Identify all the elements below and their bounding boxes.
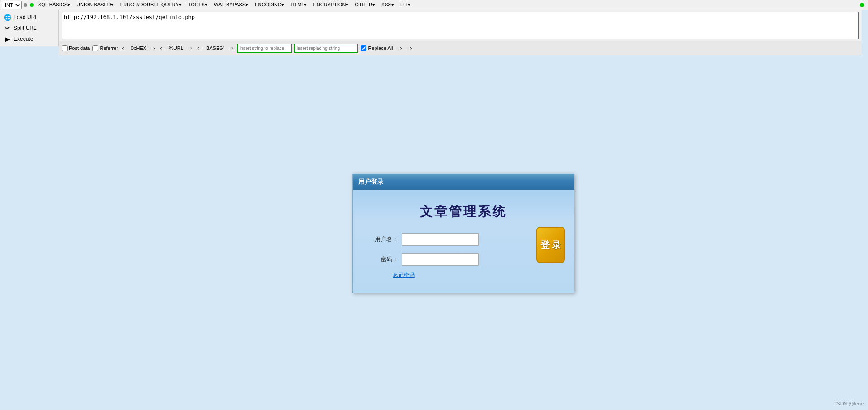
replace-double-right-arrow-button[interactable]: ⇒ — [406, 44, 413, 52]
encryption-menu[interactable]: ENCRYPTION▾ — [310, 1, 351, 9]
url-right-arrow-button[interactable]: ⇒ — [186, 44, 193, 52]
hex-left-arrow-button[interactable]: ⇐ — [121, 44, 128, 52]
referrer-label: Referrer — [100, 45, 118, 51]
base64-label: BASE64 — [206, 45, 225, 51]
load-url-label: Load URL — [14, 14, 38, 20]
login-box: 用户登录 文章管理系统 用户名： 密码： 登 录 忘记密码 — [352, 174, 574, 293]
url-bar — [59, 10, 862, 42]
referrer-checkbox-label[interactable]: Referrer — [92, 45, 118, 51]
sidebar: 🌐 Load URL ✂ Split URL ▶ Execute — [0, 10, 59, 46]
load-url-icon: 🌐 — [4, 14, 11, 21]
url-left-arrow-button[interactable]: ⇐ — [159, 44, 166, 52]
main-content: 用户登录 文章管理系统 用户名： 密码： 登 录 忘记密码 — [59, 57, 868, 410]
watermark: CSDN @feniz — [833, 401, 864, 406]
tools-menu[interactable]: TOOLS▾ — [185, 1, 210, 9]
replace-all-label: Replace All — [368, 45, 393, 51]
post-data-label: Post data — [69, 45, 90, 51]
username-input[interactable] — [402, 233, 479, 246]
hex-right-arrow-button[interactable]: ⇒ — [149, 44, 156, 52]
int-select[interactable]: INT — [2, 1, 22, 9]
referrer-checkbox[interactable] — [92, 45, 98, 51]
execute-icon: ▶ — [4, 35, 11, 43]
sql-basics-menu[interactable]: SQL BASICS▾ — [35, 1, 73, 9]
base64-left-arrow-button[interactable]: ⇐ — [196, 44, 203, 52]
replace-all-checkbox[interactable] — [361, 45, 366, 51]
menu-bar: INT SQL BASICS▾ UNION BASED▾ ERROR/DOUBL… — [0, 0, 868, 10]
username-label: 用户名： — [371, 235, 398, 244]
username-row: 用户名： — [371, 233, 523, 246]
base64-right-arrow-button[interactable]: ⇒ — [227, 44, 235, 52]
password-input[interactable] — [402, 253, 479, 266]
login-title: 用户登录 — [358, 178, 384, 185]
html-menu[interactable]: HTML▾ — [288, 1, 309, 9]
password-label: 密码： — [371, 255, 398, 264]
union-based-menu[interactable]: UNION BASED▾ — [74, 1, 116, 9]
load-url-button[interactable]: 🌐 Load URL — [0, 12, 58, 23]
split-url-button[interactable]: ✂ Split URL — [0, 23, 58, 34]
login-button[interactable]: 登 录 — [536, 227, 565, 263]
options-row: Post data Referrer ⇐ 0xHEX ⇒ ⇐ %URL ⇒ ⇐ … — [59, 41, 862, 55]
password-row: 密码： — [371, 253, 523, 266]
other-menu[interactable]: OTHER▾ — [352, 1, 378, 9]
xss-menu[interactable]: XSS▾ — [379, 1, 397, 9]
insert-string-to-replace-input[interactable] — [237, 44, 292, 53]
login-system-title: 文章管理系统 — [420, 203, 507, 220]
insert-replacing-string-input[interactable] — [294, 44, 358, 53]
split-url-label: Split URL — [14, 25, 37, 31]
login-title-bar: 用户登录 — [353, 174, 574, 190]
gray-dot-icon — [24, 3, 27, 7]
encoding-menu[interactable]: ENCODING▾ — [252, 1, 287, 9]
split-url-icon: ✂ — [4, 24, 11, 32]
replace-right-arrow-button[interactable]: ⇒ — [396, 44, 403, 52]
forgot-password-link[interactable]: 忘记密码 — [393, 271, 415, 279]
waf-bypass-menu[interactable]: WAF BYPASS▾ — [211, 1, 251, 9]
error-double-query-menu[interactable]: ERROR/DOUBLE QUERY▾ — [117, 1, 184, 9]
post-data-checkbox-label[interactable]: Post data — [62, 45, 90, 51]
green-dot-icon — [30, 3, 34, 7]
replace-all-checkbox-label[interactable]: Replace All — [361, 45, 393, 51]
lfi-menu[interactable]: LFI▾ — [398, 1, 413, 9]
login-body: 文章管理系统 用户名： 密码： 登 录 忘记密码 — [353, 190, 574, 293]
status-green-dot-icon — [860, 3, 864, 7]
execute-button[interactable]: ▶ Execute — [0, 34, 58, 44]
url-input[interactable] — [62, 12, 859, 39]
post-data-checkbox[interactable] — [62, 45, 68, 51]
execute-label: Execute — [14, 36, 33, 42]
hex-label: 0xHEX — [131, 45, 146, 51]
form-and-btn: 用户名： 密码： 登 录 — [362, 233, 565, 266]
login-form: 用户名： 密码： — [362, 233, 523, 266]
url-label: %URL — [169, 45, 183, 51]
